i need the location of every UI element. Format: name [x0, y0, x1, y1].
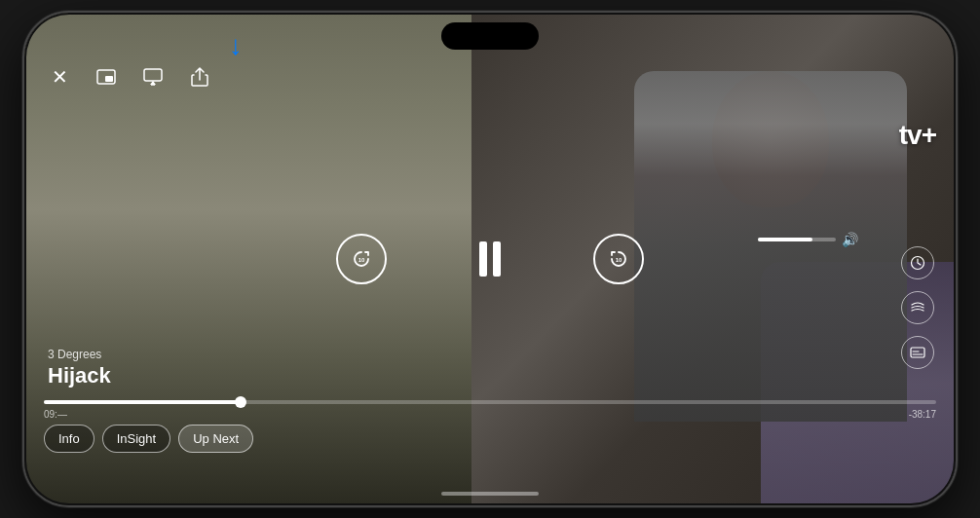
controls-overlay: ↓ ✕ — [24, 13, 956, 505]
pip-button[interactable] — [91, 61, 122, 92]
progress-thumb[interactable] — [235, 396, 246, 408]
blue-arrow-indicator: ↓ — [229, 30, 243, 61]
top-bar: ✕ — [24, 61, 956, 92]
pause-bar-right — [493, 241, 501, 277]
time-elapsed: 09:— — [44, 409, 67, 420]
audio-button[interactable] — [901, 291, 934, 324]
rewind-button[interactable]: 10 — [336, 234, 387, 284]
phone-frame: ↓ ✕ — [22, 11, 958, 507]
speed-button[interactable] — [901, 246, 934, 279]
episode-label: 3 Degrees — [48, 348, 111, 361]
right-side-controls — [901, 246, 934, 369]
appletv-logo-area: 🔊 tv+ — [897, 120, 936, 151]
svg-rect-1 — [105, 76, 113, 82]
playback-controls: 10 10 — [24, 234, 956, 284]
progress-area[interactable]: 09:— -38:17 — [44, 400, 936, 420]
home-indicator — [441, 492, 539, 496]
close-button[interactable]: ✕ — [44, 61, 75, 92]
pause-icon — [479, 241, 501, 277]
dynamic-island — [441, 22, 539, 50]
pause-button[interactable] — [465, 234, 515, 284]
bottom-row: Info InSight Up Next — [44, 425, 936, 453]
svg-text:10: 10 — [358, 257, 365, 263]
side-button-right — [956, 168, 958, 246]
insight-tab[interactable]: InSight — [102, 425, 170, 453]
progress-fill — [44, 400, 241, 404]
progress-track[interactable] — [44, 400, 936, 404]
subtitles-button[interactable] — [901, 336, 934, 369]
time-remaining: -38:17 — [909, 409, 936, 420]
share-button[interactable] — [184, 61, 215, 92]
info-tab[interactable]: Info — [44, 425, 94, 453]
show-title: Hijack — [48, 363, 111, 388]
up-next-tab[interactable]: Up Next — [178, 425, 253, 453]
title-info: 3 Degrees Hijack — [48, 348, 111, 388]
appletv-brand: tv+ — [899, 120, 936, 151]
svg-text:10: 10 — [616, 257, 622, 263]
svg-rect-2 — [144, 69, 162, 81]
side-button-left — [22, 149, 24, 207]
pause-bar-left — [479, 241, 487, 277]
forward-button[interactable]: 10 — [593, 234, 644, 284]
svg-rect-7 — [911, 348, 924, 357]
airplay-button[interactable] — [137, 61, 169, 92]
time-labels: 09:— -38:17 — [44, 409, 936, 420]
